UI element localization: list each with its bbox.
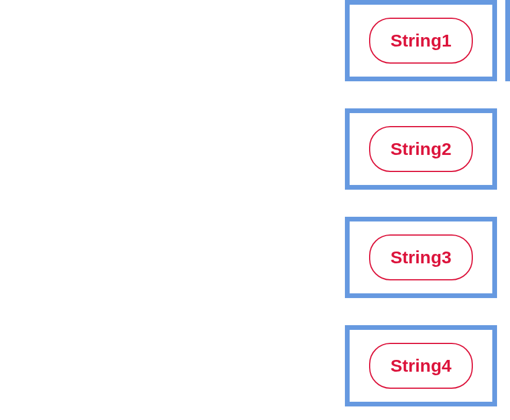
pill-label: String2 (390, 139, 451, 158)
pill-button[interactable]: String2 (369, 126, 472, 172)
list-item: String1 (345, 0, 497, 81)
pill-label: String1 (390, 31, 451, 50)
item-list: String1 String2 String3 String4 (345, 0, 497, 406)
pill-label: String3 (390, 247, 451, 267)
pill-button[interactable]: String1 (369, 18, 472, 64)
list-item: String2 (345, 108, 497, 190)
list-item: String3 (345, 217, 497, 298)
pill-label: String4 (390, 356, 451, 375)
pill-button[interactable]: String3 (369, 234, 472, 280)
pill-button[interactable]: String4 (369, 343, 472, 389)
side-edge (505, 0, 510, 81)
list-item: String4 (345, 325, 497, 406)
